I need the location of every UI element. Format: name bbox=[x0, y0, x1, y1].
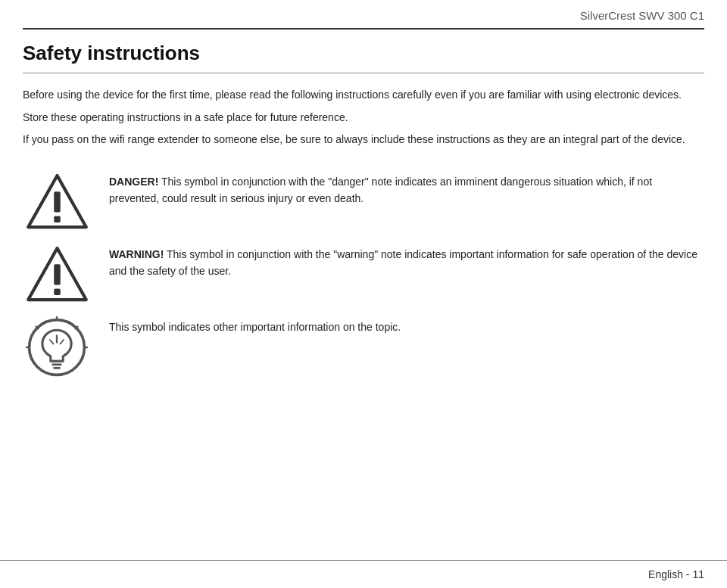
danger-label: DANGER! bbox=[109, 176, 158, 188]
warning-notice: WARNING! This symbol in conjunction with… bbox=[23, 244, 704, 304]
footer-text: English - 11 bbox=[648, 568, 704, 580]
warning-label: WARNING! bbox=[109, 248, 164, 260]
svg-rect-1 bbox=[54, 191, 61, 212]
danger-body: This symbol in conjunction with the "dan… bbox=[109, 176, 652, 204]
footer-bar: English - 11 bbox=[0, 560, 727, 588]
intro-section: Before using the device for the first ti… bbox=[23, 87, 704, 159]
product-title: SilverCrest SWV 300 C1 bbox=[580, 9, 704, 22]
page-container: SilverCrest SWV 300 C1 Safety instructio… bbox=[0, 0, 727, 588]
intro-paragraph-1: Before using the device for the first ti… bbox=[23, 87, 704, 104]
svg-rect-4 bbox=[54, 264, 61, 285]
danger-text: DANGER! This symbol in conjunction with … bbox=[109, 171, 704, 207]
intro-paragraph-3: If you pass on the wifi range extender t… bbox=[23, 132, 704, 148]
info-text: This symbol indicates other important in… bbox=[109, 316, 704, 336]
info-icon bbox=[23, 316, 91, 378]
page-title: Safety instructions bbox=[23, 42, 704, 65]
svg-line-12 bbox=[61, 340, 64, 344]
info-notice: This symbol indicates other important in… bbox=[23, 316, 704, 378]
warning-body: This symbol in conjunction with the "war… bbox=[109, 248, 697, 277]
header-bar: SilverCrest SWV 300 C1 bbox=[0, 0, 727, 28]
info-body: This symbol indicates other important in… bbox=[109, 321, 401, 333]
danger-notice: DANGER! This symbol in conjunction with … bbox=[23, 171, 704, 232]
warning-icon bbox=[23, 244, 91, 304]
svg-rect-2 bbox=[54, 216, 61, 223]
danger-icon bbox=[23, 171, 91, 232]
warning-text: WARNING! This symbol in conjunction with… bbox=[109, 244, 704, 279]
intro-paragraph-2: Store these operating instructions in a … bbox=[23, 110, 704, 126]
svg-line-11 bbox=[50, 340, 54, 344]
heading-divider bbox=[23, 73, 704, 73]
svg-rect-5 bbox=[54, 289, 61, 296]
